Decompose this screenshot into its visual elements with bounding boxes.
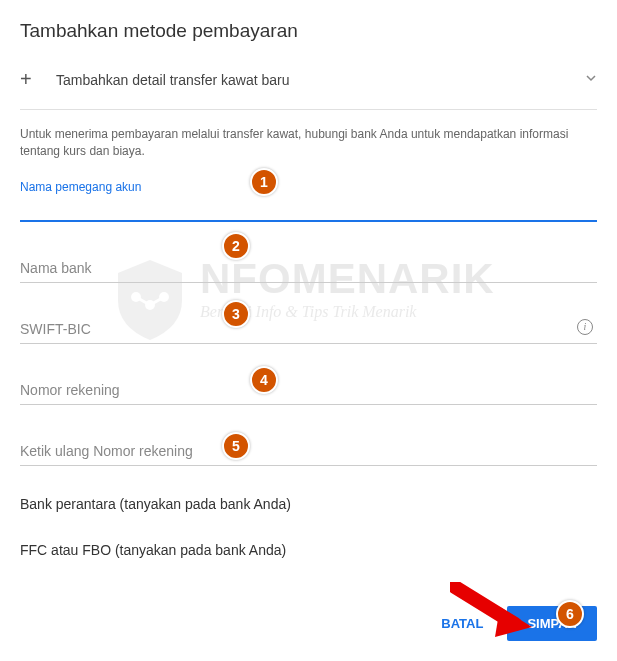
account-holder-field-group: Nama pemegang akun bbox=[20, 180, 597, 222]
annotation-badge-3: 3 bbox=[222, 300, 250, 328]
ffc-fbo-section[interactable]: FFC atau FBO (tanyakan pada bank Anda) bbox=[20, 542, 597, 558]
re-account-number-input[interactable]: Ketik ulang Nomor rekening bbox=[20, 435, 597, 466]
svg-point-1 bbox=[145, 300, 155, 310]
annotation-badge-6: 6 bbox=[556, 600, 584, 628]
swift-input[interactable]: SWIFT-BIC i bbox=[20, 313, 597, 344]
annotation-badge-2: 2 bbox=[222, 232, 250, 260]
bank-name-placeholder: Nama bank bbox=[20, 260, 92, 276]
annotation-badge-5: 5 bbox=[222, 432, 250, 460]
chevron-down-icon bbox=[585, 72, 597, 87]
re-account-number-placeholder: Ketik ulang Nomor rekening bbox=[20, 443, 193, 459]
swift-placeholder: SWIFT-BIC bbox=[20, 321, 91, 337]
add-row-label: Tambahkan detail transfer kawat baru bbox=[48, 72, 585, 88]
svg-point-0 bbox=[131, 292, 141, 302]
annotation-arrow bbox=[450, 582, 540, 646]
plus-icon: + bbox=[20, 68, 48, 91]
annotation-badge-4: 4 bbox=[250, 366, 278, 394]
info-text: Untuk menerima pembayaran melalui transf… bbox=[20, 126, 597, 160]
re-account-number-field-group: Ketik ulang Nomor rekening bbox=[20, 435, 597, 466]
info-icon[interactable]: i bbox=[577, 319, 593, 335]
account-number-input[interactable]: Nomor rekening bbox=[20, 374, 597, 405]
add-wire-transfer-row[interactable]: + Tambahkan detail transfer kawat baru bbox=[20, 60, 597, 110]
svg-point-2 bbox=[159, 292, 169, 302]
bank-name-field-group: Nama bank bbox=[20, 252, 597, 283]
account-number-field-group: Nomor rekening bbox=[20, 374, 597, 405]
account-holder-label: Nama pemegang akun bbox=[20, 180, 597, 194]
intermediary-bank-section[interactable]: Bank perantara (tanyakan pada bank Anda) bbox=[20, 496, 597, 512]
annotation-badge-1: 1 bbox=[250, 168, 278, 196]
account-number-placeholder: Nomor rekening bbox=[20, 382, 120, 398]
bank-name-input[interactable]: Nama bank bbox=[20, 252, 597, 283]
swift-field-group: SWIFT-BIC i bbox=[20, 313, 597, 344]
page-title: Tambahkan metode pembayaran bbox=[20, 20, 597, 42]
account-holder-input[interactable] bbox=[20, 196, 597, 222]
